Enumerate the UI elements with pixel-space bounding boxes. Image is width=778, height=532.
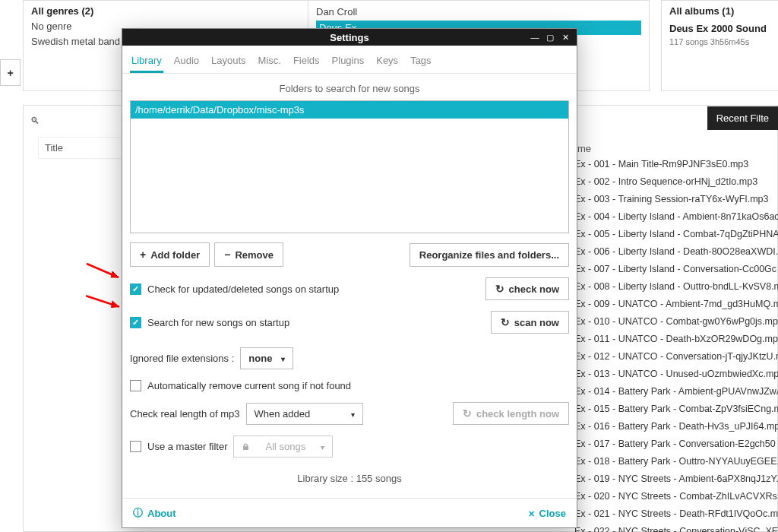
check-length-label: Check real length of mp3 xyxy=(130,408,240,420)
refresh-icon xyxy=(501,316,510,328)
add-panel-button[interactable] xyxy=(0,59,21,86)
minus-icon xyxy=(224,249,230,261)
file-row[interactable]: Ex - 012 - UNATCO - Conversation-jT-qjyJ… xyxy=(571,348,778,366)
file-row[interactable]: Ex - 019 - NYC Streets - Ambient-6aPX8nq… xyxy=(571,470,778,488)
tab-keys[interactable]: Keys xyxy=(375,50,400,73)
file-row[interactable]: Ex - 006 - Liberty Island - Death-80O28e… xyxy=(571,243,778,261)
artist-item[interactable]: Dan Croll xyxy=(316,5,641,19)
plus-icon xyxy=(7,65,13,81)
section-subtitle: Folders to search for new songs xyxy=(130,80,569,100)
refresh-icon xyxy=(495,283,504,295)
maximize-button[interactable]: ▢ xyxy=(545,32,555,43)
check-now-button[interactable]: check now xyxy=(485,277,569,300)
file-list: Ex - 001 - Main Title-Rm9PJNF3sE0.mp3 Ex… xyxy=(571,156,778,532)
recent-filter-button[interactable]: Recent Filte xyxy=(707,106,778,130)
file-row[interactable]: Ex - 020 - NYC Streets - Combat-ZhILvACV… xyxy=(571,488,778,505)
file-row[interactable]: Ex - 004 - Liberty Island - Ambient-8n71… xyxy=(571,208,778,226)
tab-tags[interactable]: Tags xyxy=(409,50,432,73)
file-row[interactable]: Ex - 015 - Battery Park - Combat-ZpV3fsi… xyxy=(571,401,778,418)
svg-marker-3 xyxy=(111,301,119,308)
checkbox-startup-check[interactable] xyxy=(130,283,141,295)
scan-now-button[interactable]: scan now xyxy=(491,311,569,334)
close-window-button[interactable]: ✕ xyxy=(560,32,571,43)
about-button[interactable]: ⓘAbout xyxy=(133,506,176,520)
chevron-down-icon xyxy=(321,441,324,452)
checkbox-label: Search for new songs on startup xyxy=(147,317,289,328)
albums-panel: All albums (1) Deus Ex 2000 Sound 117 so… xyxy=(661,0,778,91)
file-row[interactable]: Ex - 017 - Battery Park - Conversation-E… xyxy=(571,435,778,453)
settings-dialog: Settings — ▢ ✕ Library Audio Layouts Mis… xyxy=(122,28,577,528)
annotation-arrow-icon xyxy=(85,262,127,282)
lock-icon xyxy=(242,441,250,452)
file-row[interactable]: Ex - 007 - Liberty Island - Conversation… xyxy=(571,261,778,278)
check-length-now-button[interactable]: check length now xyxy=(453,402,569,425)
close-button[interactable]: Close xyxy=(528,508,566,519)
check-icon xyxy=(132,318,139,328)
checkbox-auto-remove[interactable] xyxy=(130,380,141,391)
plus-icon xyxy=(140,249,146,261)
file-row[interactable]: Ex - 009 - UNATCO - Ambient-7md_gd3HuMQ.… xyxy=(571,296,778,313)
checkbox-master-filter[interactable] xyxy=(130,441,141,452)
checkbox-label: Use a master filter xyxy=(147,441,227,452)
checkbox-label: Check for updated/deleted songs on start… xyxy=(147,283,339,295)
file-row[interactable]: Ex - 005 - Liberty Island - Combat-7qDgZ… xyxy=(571,226,778,243)
info-icon: ⓘ xyxy=(133,506,143,520)
tab-fields[interactable]: Fields xyxy=(292,50,321,73)
album-title[interactable]: Deus Ex 2000 Sound xyxy=(669,23,778,34)
check-length-select[interactable]: When added xyxy=(246,403,364,425)
ignored-ext-label: Ignored file extensions : xyxy=(130,353,234,364)
tab-audio[interactable]: Audio xyxy=(172,50,201,73)
remove-folder-button[interactable]: Remove xyxy=(214,242,283,267)
checkbox-label: Automatically remove current song if not… xyxy=(147,380,351,391)
tab-misc[interactable]: Misc. xyxy=(257,50,283,73)
file-row[interactable]: Ex - 013 - UNATCO - Unused-uOzmbwiedXc.m… xyxy=(571,366,778,383)
file-row[interactable]: Ex - 010 - UNATCO - Combat-gw0Y6wPg0js.m… xyxy=(571,313,778,331)
albums-header: All albums (1) xyxy=(669,5,778,17)
tab-layouts[interactable]: Layouts xyxy=(210,50,248,73)
chevron-down-icon xyxy=(351,408,355,420)
library-size: Library size : 155 songs xyxy=(130,470,569,490)
ignored-ext-select[interactable]: none xyxy=(240,347,293,369)
settings-tabs: Library Audio Layouts Misc. Fields Plugi… xyxy=(122,46,577,74)
genres-header: All genres (2) xyxy=(31,5,303,17)
file-row[interactable]: Ex - 018 - Battery Park - Outtro-NYYAUuy… xyxy=(571,453,778,470)
tab-plugins[interactable]: Plugins xyxy=(330,50,366,73)
reorganize-button[interactable]: Reorganize files and folders... xyxy=(410,243,569,267)
folder-list[interactable]: /home/derrik/Data/Dropbox/misc-mp3s xyxy=(130,100,569,233)
file-row[interactable]: Ex - 011 - UNATCO - Death-bXzOR29wDOg.mp… xyxy=(571,331,778,348)
tab-library[interactable]: Library xyxy=(130,50,163,73)
file-row[interactable]: Ex - 021 - NYC Streets - Death-RFdt1IVQo… xyxy=(571,505,778,523)
folder-row-selected[interactable]: /home/derrik/Data/Dropbox/misc-mp3s xyxy=(131,101,568,119)
close-icon xyxy=(528,508,535,519)
album-meta: 117 songs 3h56m45s xyxy=(669,37,778,46)
file-row[interactable]: Ex - 022 - NYC Streets - Conversation-Vj… xyxy=(571,523,778,532)
search-icon[interactable] xyxy=(30,114,40,126)
checkbox-scan-startup[interactable] xyxy=(130,317,141,328)
titlebar[interactable]: Settings — ▢ ✕ xyxy=(122,29,577,46)
file-row[interactable]: Ex - 001 - Main Title-Rm9PJNF3sE0.mp3 xyxy=(571,156,778,173)
file-row[interactable]: Ex - 002 - Intro Sequence-orHNj_d2tIo.mp… xyxy=(571,173,778,191)
add-folder-button[interactable]: Add folder xyxy=(130,242,210,267)
check-icon xyxy=(132,284,139,294)
file-row[interactable]: Ex - 008 - Liberty Island - Outtro-bndLL… xyxy=(571,278,778,296)
dialog-footer: ⓘAbout Close xyxy=(122,498,577,527)
file-row[interactable]: Ex - 003 - Training Session-raTY6x-WyFI.… xyxy=(571,191,778,208)
file-row[interactable]: Ex - 014 - Battery Park - Ambient-gPUAVn… xyxy=(571,383,778,401)
minimize-button[interactable]: — xyxy=(530,32,540,43)
window-title: Settings xyxy=(330,32,368,43)
svg-marker-1 xyxy=(111,271,119,277)
refresh-icon xyxy=(463,407,472,420)
file-row[interactable]: Ex - 016 - Battery Park - Death-Hv3s_uPJ… xyxy=(571,418,778,435)
master-filter-select[interactable]: All songs xyxy=(233,435,333,458)
column-title[interactable]: Title xyxy=(38,137,129,159)
chevron-down-icon xyxy=(281,353,285,364)
